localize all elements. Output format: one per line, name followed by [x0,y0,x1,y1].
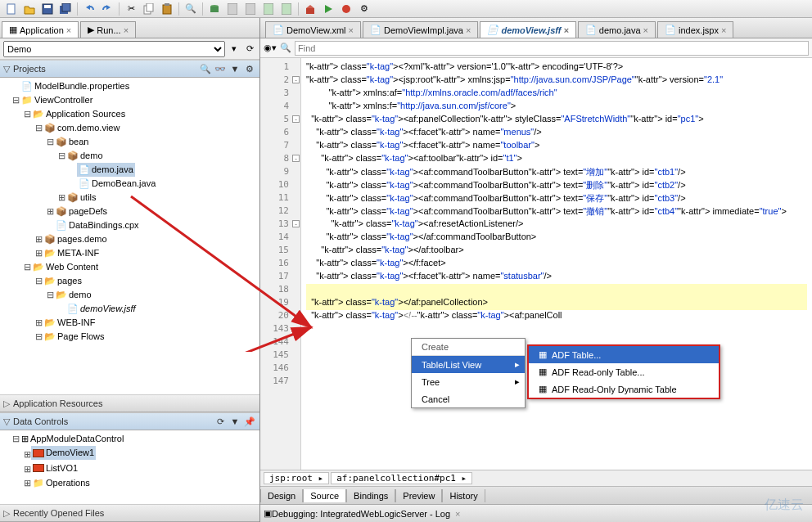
mode-tab-history[interactable]: History [442,489,485,502]
editor-tab[interactable]: 📄index.jspx× [657,21,733,38]
db-run-icon[interactable] [206,2,223,16]
menu-item-tree[interactable]: Tree▸ [412,373,525,390]
gear-icon[interactable]: ⚙ [243,62,256,75]
tab-run[interactable]: ▶ Run... × [80,21,136,38]
tab-application[interactable]: ▦ Application × [2,21,79,38]
project-tree[interactable]: 📄 ModelBundle.properties ⊟📁 ViewControll… [0,78,259,394]
dc-ops-node[interactable]: 📁 Operations [31,476,92,490]
find-input[interactable] [295,41,809,56]
folder-node[interactable]: 📂 Page Flows [43,330,106,344]
dc-root-node[interactable]: ⊞ AppModuleDataControl [20,432,125,446]
db-icon-4[interactable] [260,2,277,16]
pin-icon[interactable]: 📌 [243,415,256,428]
project-node[interactable]: 📁 ViewController [20,93,94,107]
breadcrumb-item[interactable]: af:panelcollection#pc1 ▸ [331,472,472,484]
package-node[interactable]: 📦 bean [54,135,90,149]
filter-icon[interactable]: ▼ [228,62,241,75]
dc-view-node[interactable]: ListVO1 [31,461,79,475]
close-icon[interactable]: × [466,25,471,35]
open-icon[interactable] [21,2,38,16]
cut-icon[interactable]: ✂ [123,2,139,16]
navigator-panel: ▦ Application × ▶ Run... × Demo ▾ ⟳ ▽ Pr… [0,18,260,522]
editor-tab[interactable]: 📄demo.java× [578,21,656,38]
package-node[interactable]: 📦 com.demo.view [43,121,121,135]
file-node[interactable]: 📄 DataBindings.cpx [54,218,141,232]
save-icon[interactable] [39,2,56,16]
db-icon-5[interactable] [278,2,295,16]
new-icon[interactable] [3,2,20,16]
editor-panel: 📄DemoView.xml×📄DemoViewImpl.java×📄demoVi… [260,18,812,522]
submenu-adf-dynamic-table[interactable]: ▦ADF Read-Only Dynamic Table [529,380,719,398]
editor-tab[interactable]: 📄demoView.jsff× [480,21,575,38]
close-icon[interactable]: × [563,25,568,35]
history-icon[interactable]: ◉▾ [264,43,277,53]
package-node[interactable]: 📦 pageDefs [54,205,109,218]
refresh-icon[interactable]: ⟳ [243,43,256,56]
db-icon-3[interactable] [242,2,259,16]
copy-icon[interactable] [141,2,157,16]
glasses-icon[interactable]: 👓 [214,62,227,75]
create-context-menu[interactable]: Create Table/List View▸ Tree▸ Cancel [411,338,526,408]
mode-tab-design[interactable]: Design [260,489,303,502]
section-app-resources[interactable]: ▷ Application Resources [0,394,259,412]
section-title: Recently Opened Files [13,508,104,518]
java-file-node[interactable]: 📄 demo.java [77,163,135,177]
close-icon[interactable]: × [721,25,726,35]
package-node[interactable]: 📦 utils [65,191,98,205]
redo-icon[interactable] [99,2,115,16]
submenu-adf-readonly-table[interactable]: ▦ADF Read-only Table... [529,363,719,380]
build-icon[interactable] [302,2,318,16]
section-recent-files[interactable]: ▷ Recently Opened Files [0,504,259,522]
section-title: Data Controls [13,416,68,426]
section-projects[interactable]: ▽ Projects 🔍 👓 ▼ ⚙ [0,60,259,78]
code-editor[interactable]: 12-345-678-910111213-1415161718192014314… [260,58,812,470]
close-icon[interactable]: × [124,25,129,35]
tree-icon[interactable]: 🔍 [199,62,212,75]
run-icon[interactable] [320,2,336,16]
editor-tab[interactable]: 📄DemoView.xml× [265,21,361,38]
folder-node[interactable]: 📂 Application Sources [31,107,127,121]
jsff-file-node[interactable]: 📄 demoView.jsff [65,302,138,316]
debug-icon[interactable] [338,2,354,16]
search-icon[interactable]: 🔍 [183,2,199,16]
folder-node[interactable]: 📂 demo [54,288,93,302]
folder-node[interactable]: 📂 pages [43,274,83,288]
db-icon-2[interactable] [224,2,241,16]
structure-breadcrumb[interactable]: jsp:root ▸ af:panelcollection#pc1 ▸ [260,470,812,486]
dc-view-node[interactable]: DemoView1 [31,446,96,460]
mode-tab-source[interactable]: Source [303,489,346,502]
data-controls-tree[interactable]: ⊟⊞ AppModuleDataControl ⊞ DemoView1 ⊞ Li… [0,430,259,504]
debug-log-tab[interactable]: ▣ Debugging: IntegratedWebLogicServer - … [260,504,812,522]
table-submenu[interactable]: ▦ADF Table... ▦ADF Read-only Table... ▦A… [527,344,720,399]
close-icon[interactable]: × [643,25,648,35]
project-combo[interactable]: Demo [3,41,225,57]
mode-tab-bindings[interactable]: Bindings [346,489,395,502]
folder-node[interactable]: 📂 WEB-INF [43,316,97,330]
submenu-adf-table[interactable]: ▦ADF Table... [529,346,719,363]
java-file-node[interactable]: 📄 DemoBean.java [77,177,157,191]
close-icon[interactable]: × [349,25,354,35]
dropdown-icon[interactable]: ▾ [228,43,241,56]
folder-node[interactable]: 📂 META-INF [43,246,101,260]
mode-tab-preview[interactable]: Preview [395,489,442,502]
menu-item-cancel[interactable]: Cancel [412,390,525,407]
menu-item-table-list[interactable]: Table/List View▸ [412,356,525,373]
file-icon: 📄 [370,25,381,35]
data-control-icon [33,449,44,457]
filter-icon[interactable]: ▼ [228,415,241,428]
refresh-icon[interactable]: ⟳ [214,415,227,428]
editor-tab[interactable]: 📄DemoViewImpl.java× [363,21,478,38]
undo-icon[interactable] [81,2,97,16]
close-icon[interactable]: × [66,25,71,35]
package-node[interactable]: 📦 demo [65,149,105,163]
folder-node[interactable]: 📂 Web Content [31,260,100,274]
package-node[interactable]: 📦 pages.demo [43,232,109,246]
close-icon[interactable]: × [455,509,460,519]
breadcrumb-item[interactable]: jsp:root ▸ [264,472,329,484]
section-data-controls[interactable]: ▽ Data Controls ⟳ ▼ 📌 [0,412,259,430]
code-text[interactable]: "k-attr"> class="k-tag"><?xml"k-attr"> v… [301,58,812,470]
config-icon[interactable]: ⚙ [356,2,372,16]
file-node[interactable]: 📄 ModelBundle.properties [20,79,131,93]
paste-icon[interactable] [159,2,175,16]
save-all-icon[interactable] [57,2,74,16]
